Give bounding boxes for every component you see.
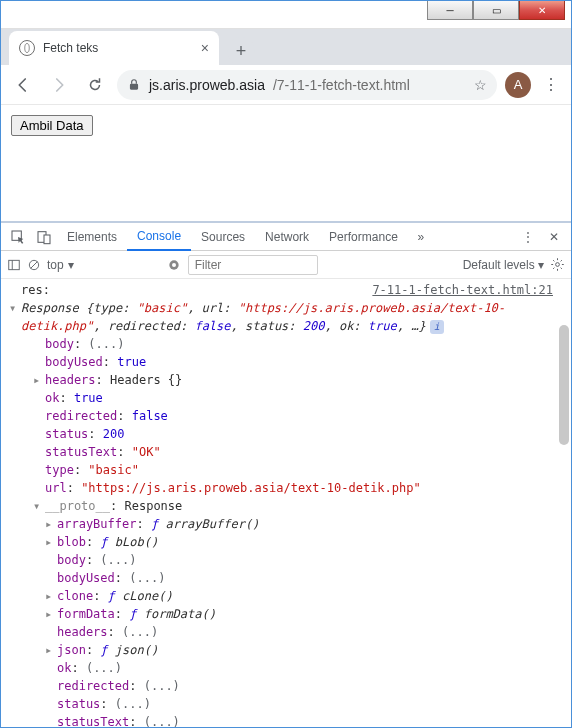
expand-arrow-icon[interactable]: ▸ xyxy=(45,587,57,605)
ambil-data-button[interactable]: Ambil Data xyxy=(11,115,93,136)
prop-redirected: redirected: false xyxy=(45,407,168,425)
prop-proto: __proto__: Response xyxy=(45,497,182,515)
expand-arrow-icon[interactable]: ▸ xyxy=(45,605,57,623)
window-maximize-button[interactable]: ▭ xyxy=(473,0,519,20)
proto-blob: blob: ƒ bLob() xyxy=(57,533,158,551)
new-tab-button[interactable]: + xyxy=(227,37,255,65)
svg-point-9 xyxy=(172,263,176,267)
proto-body: body: (...) xyxy=(57,551,136,569)
prop-status: status: 200 xyxy=(45,425,125,443)
forward-button[interactable] xyxy=(45,71,73,99)
scrollbar-thumb[interactable] xyxy=(559,325,569,445)
url-path: /7-11-1-fetch-text.html xyxy=(273,77,410,93)
expand-arrow-icon[interactable]: ▸ xyxy=(45,533,57,551)
prop-body: body: (...) xyxy=(45,335,124,353)
log-prefix: res: xyxy=(21,281,50,299)
console-settings-icon[interactable] xyxy=(550,257,565,272)
console-output[interactable]: 7-11-1-fetch-text.html:21 res: ▾Response… xyxy=(1,279,571,727)
page-content: Ambil Data xyxy=(1,105,571,221)
proto-headers: headers: (...) xyxy=(57,623,158,641)
devtools-menu-icon[interactable]: ⋮ xyxy=(515,230,541,244)
devtools-panel: Elements Console Sources Network Perform… xyxy=(1,221,571,727)
proto-ok: ok: (...) xyxy=(57,659,122,677)
tab-close-icon[interactable]: × xyxy=(201,40,209,56)
devtools-tab-bar: Elements Console Sources Network Perform… xyxy=(1,223,571,251)
tab-network[interactable]: Network xyxy=(255,223,319,251)
tab-sources[interactable]: Sources xyxy=(191,223,255,251)
proto-json: json: ƒ json() xyxy=(57,641,158,659)
prop-statustext: statusText: "OK" xyxy=(45,443,161,461)
tab-title: Fetch teks xyxy=(43,41,98,55)
svg-line-7 xyxy=(31,261,38,268)
browser-tab-strip: Fetch teks × + xyxy=(1,29,571,65)
tab-elements[interactable]: Elements xyxy=(57,223,127,251)
more-tabs-icon[interactable]: » xyxy=(408,230,434,244)
back-button[interactable] xyxy=(9,71,37,99)
tab-performance[interactable]: Performance xyxy=(319,223,408,251)
browser-menu-button[interactable]: ⋮ xyxy=(539,75,563,94)
proto-arraybuffer: arrayBuffer: ƒ arrayBuffer() xyxy=(57,515,259,533)
tab-console[interactable]: Console xyxy=(127,223,191,251)
prop-type: type: "basic" xyxy=(45,461,139,479)
info-icon[interactable]: i xyxy=(430,320,444,334)
context-label: top xyxy=(47,258,64,272)
expand-arrow-icon[interactable]: ▾ xyxy=(33,497,45,515)
browser-toolbar: js.aris.proweb.asia/7-11-1-fetch-text.ht… xyxy=(1,65,571,105)
proto-status: status: (...) xyxy=(57,695,151,713)
window-close-button[interactable]: ✕ xyxy=(519,0,565,20)
source-location-link[interactable]: 7-11-1-fetch-text.html:21 xyxy=(372,281,553,299)
url-host: js.aris.proweb.asia xyxy=(149,77,265,93)
address-bar[interactable]: js.aris.proweb.asia/7-11-1-fetch-text.ht… xyxy=(117,70,497,100)
browser-tab[interactable]: Fetch teks × xyxy=(9,31,219,65)
response-summary: Response {type: "basic", url: "https://j… xyxy=(21,299,571,335)
proto-clone: clone: ƒ cLone() xyxy=(57,587,173,605)
bookmark-star-icon[interactable]: ☆ xyxy=(474,77,487,93)
expand-arrow-icon[interactable]: ▸ xyxy=(45,641,57,659)
inspect-element-icon[interactable] xyxy=(5,229,31,245)
window-minimize-button[interactable]: ─ xyxy=(427,0,473,20)
prop-bodyused: bodyUsed: true xyxy=(45,353,146,371)
live-expression-icon[interactable] xyxy=(166,257,182,273)
svg-point-10 xyxy=(556,263,560,267)
profile-avatar[interactable]: A xyxy=(505,72,531,98)
proto-redirected: redirected: (...) xyxy=(57,677,180,695)
svg-rect-0 xyxy=(130,83,138,89)
svg-rect-3 xyxy=(44,235,50,244)
proto-statustext: statusText: (...) xyxy=(57,713,180,727)
proto-bodyused: bodyUsed: (...) xyxy=(57,569,165,587)
console-sidebar-toggle-icon[interactable] xyxy=(7,258,21,272)
lock-icon xyxy=(127,78,141,92)
proto-formdata: formData: ƒ formData() xyxy=(57,605,216,623)
prop-headers: headers: Headers {} xyxy=(45,371,182,389)
reload-button[interactable] xyxy=(81,71,109,99)
svg-rect-4 xyxy=(9,260,20,269)
prop-url: url: "https://js.aris.proweb.asia/text-1… xyxy=(45,479,421,497)
console-filter-input[interactable] xyxy=(188,255,318,275)
expand-arrow-icon[interactable]: ▾ xyxy=(9,299,21,317)
context-selector[interactable]: top▾ xyxy=(47,258,74,272)
expand-arrow-icon[interactable]: ▸ xyxy=(45,515,57,533)
log-levels-selector[interactable]: Default levels ▾ xyxy=(463,258,544,272)
globe-icon xyxy=(19,40,35,56)
clear-console-icon[interactable] xyxy=(27,258,41,272)
prop-ok: ok: true xyxy=(45,389,103,407)
device-toolbar-icon[interactable] xyxy=(31,229,57,245)
window-titlebar: ─ ▭ ✕ xyxy=(1,1,571,29)
expand-arrow-icon[interactable]: ▸ xyxy=(33,371,45,389)
console-toolbar: top▾ Default levels ▾ xyxy=(1,251,571,279)
devtools-close-icon[interactable]: ✕ xyxy=(541,230,567,244)
